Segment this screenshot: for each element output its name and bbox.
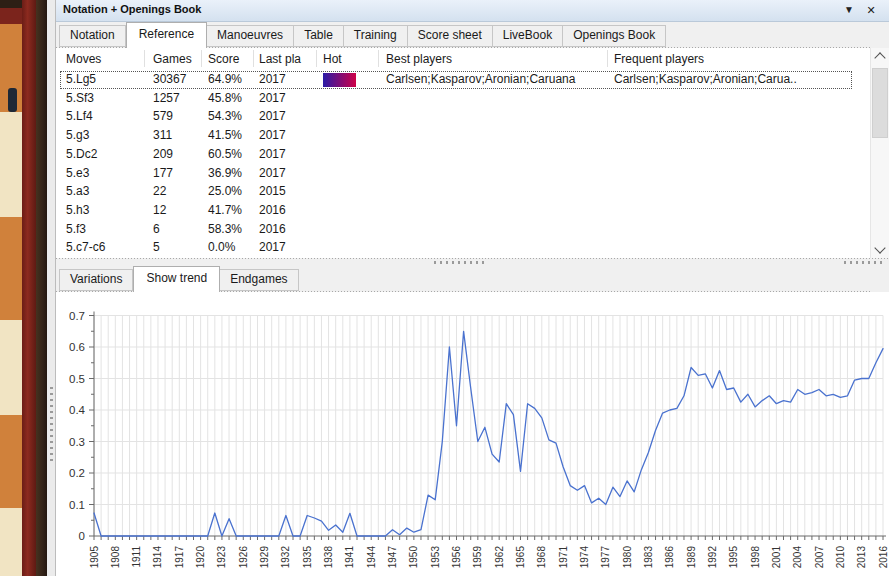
scroll-down-button[interactable] bbox=[871, 241, 889, 258]
svg-text:1929: 1929 bbox=[259, 546, 270, 569]
table-row-5-sf3[interactable]: 5.Sf3125745.8%2017 bbox=[60, 90, 852, 108]
cell-games: 22 bbox=[153, 184, 166, 198]
tab-training[interactable]: Training bbox=[344, 25, 408, 47]
table-row-5-dc2[interactable]: 5.Dc220960.5%2017 bbox=[60, 146, 852, 164]
svg-text:1995: 1995 bbox=[728, 546, 739, 569]
panel-title: Notation + Openings Book bbox=[63, 3, 201, 15]
cell-score: 0.0% bbox=[208, 240, 235, 254]
svg-text:1959: 1959 bbox=[472, 546, 483, 569]
cell-last_played: 2016 bbox=[259, 203, 286, 217]
table-row-5-e3[interactable]: 5.e317736.9%2017 bbox=[60, 165, 852, 183]
collapse-icon[interactable]: ▼ bbox=[841, 2, 857, 18]
panel-titlebar: Notation + Openings Book ▼ ✕ bbox=[56, 0, 889, 22]
splitter-grip-right[interactable] bbox=[844, 261, 884, 264]
cell-last_played: 2017 bbox=[259, 240, 286, 254]
cell-games: 1257 bbox=[153, 91, 180, 105]
cell-frequent_players: Carlsen;Kasparov;Aronian;Carua.. bbox=[614, 72, 797, 86]
subtab-endgames[interactable]: Endgames bbox=[220, 269, 298, 291]
column-separator bbox=[316, 50, 317, 67]
cell-last_played: 2017 bbox=[259, 91, 286, 105]
subtab-variations[interactable]: Variations bbox=[59, 269, 133, 291]
cell-games: 5 bbox=[153, 240, 160, 254]
svg-text:1920: 1920 bbox=[195, 546, 206, 569]
cell-games: 177 bbox=[153, 166, 173, 180]
tab-reference[interactable]: Reference bbox=[126, 22, 207, 48]
cell-moves: 5.Dc2 bbox=[66, 147, 97, 161]
cell-last_played: 2017 bbox=[259, 166, 286, 180]
cell-last_played: 2017 bbox=[259, 72, 286, 86]
svg-text:1998: 1998 bbox=[750, 546, 761, 569]
close-icon[interactable]: ✕ bbox=[863, 2, 879, 18]
svg-text:1992: 1992 bbox=[707, 546, 718, 569]
column-header-moves[interactable]: Moves bbox=[66, 52, 101, 66]
horizontal-splitter[interactable] bbox=[56, 258, 889, 266]
subtab-show-trend[interactable]: Show trend bbox=[133, 266, 220, 292]
svg-text:1965: 1965 bbox=[515, 546, 526, 569]
splitter-top-dots bbox=[56, 258, 889, 259]
cell-last_played: 2017 bbox=[259, 109, 286, 123]
column-separator bbox=[378, 50, 379, 67]
svg-text:2010: 2010 bbox=[835, 546, 846, 569]
trend-chart: 00.10.20.30.40.50.60.7190519081911191419… bbox=[56, 292, 889, 576]
panel-tabbar: NotationReferenceManoeuvresTableTraining… bbox=[59, 22, 666, 47]
svg-text:1986: 1986 bbox=[664, 546, 675, 569]
svg-text:1950: 1950 bbox=[408, 546, 419, 569]
board-square bbox=[0, 320, 22, 415]
cell-games: 209 bbox=[153, 147, 173, 161]
cell-score: 60.5% bbox=[208, 147, 242, 161]
scroll-up-button[interactable] bbox=[871, 48, 889, 65]
svg-text:2007: 2007 bbox=[814, 546, 825, 569]
svg-text:0: 0 bbox=[79, 530, 85, 542]
svg-text:0.7: 0.7 bbox=[69, 310, 85, 322]
svg-text:1977: 1977 bbox=[600, 546, 611, 569]
cell-score: 41.5% bbox=[208, 128, 242, 142]
table-row-5-h3[interactable]: 5.h31241.7%2016 bbox=[60, 202, 852, 220]
table-row-5-lg5[interactable]: 5.Lg53036764.9%2017Carlsen;Kasparov;Aron… bbox=[60, 71, 852, 89]
column-header-games[interactable]: Games bbox=[153, 52, 192, 66]
cell-moves: 5.f3 bbox=[66, 222, 86, 236]
cell-games: 579 bbox=[153, 109, 173, 123]
cell-score: 64.9% bbox=[208, 72, 242, 86]
tab-manoeuvres[interactable]: Manoeuvres bbox=[207, 25, 294, 47]
column-header-last-pla[interactable]: Last pla bbox=[259, 52, 301, 66]
tab-openings-book[interactable]: Openings Book bbox=[563, 25, 666, 47]
table-row-5-g3[interactable]: 5.g331141.5%2017 bbox=[60, 127, 852, 145]
chessboard-edge bbox=[0, 0, 47, 576]
vertical-splitter-grip[interactable] bbox=[50, 385, 53, 461]
column-header-best-players[interactable]: Best players bbox=[386, 52, 452, 66]
reference-table: MovesGamesScoreLast plaHotBest playersFr… bbox=[56, 48, 889, 258]
chevron-down-icon bbox=[874, 242, 885, 253]
cell-moves: 5.h3 bbox=[66, 203, 89, 217]
column-header-hot[interactable]: Hot bbox=[323, 52, 342, 66]
cell-moves: 5.c7-c6 bbox=[66, 240, 105, 254]
board-square bbox=[0, 217, 22, 320]
svg-text:1974: 1974 bbox=[579, 546, 590, 569]
tab-table[interactable]: Table bbox=[294, 25, 344, 47]
splitter-grip[interactable] bbox=[434, 261, 484, 264]
cell-games: 6 bbox=[153, 222, 160, 236]
cell-score: 45.8% bbox=[208, 91, 242, 105]
table-row-5-f3[interactable]: 5.f3658.3%2016 bbox=[60, 221, 852, 239]
board-square bbox=[0, 415, 22, 508]
column-header-frequent-players[interactable]: Frequent players bbox=[614, 52, 704, 66]
svg-text:0.1: 0.1 bbox=[69, 499, 85, 511]
table-row-5-c7-c6[interactable]: 5.c7-c650.0%2017 bbox=[60, 239, 852, 257]
svg-text:1923: 1923 bbox=[216, 546, 227, 569]
cell-last_played: 2015 bbox=[259, 184, 286, 198]
table-scrollbar[interactable] bbox=[870, 48, 889, 258]
cell-best_players: Carlsen;Kasparov;Aronian;Caruana bbox=[386, 72, 575, 86]
table-row-5-lf4[interactable]: 5.Lf457954.3%2017 bbox=[60, 108, 852, 126]
svg-text:2016: 2016 bbox=[878, 546, 889, 569]
scrollbar-thumb[interactable] bbox=[872, 68, 888, 138]
svg-text:0.4: 0.4 bbox=[69, 404, 86, 416]
tab-livebook[interactable]: LiveBook bbox=[493, 25, 563, 47]
tab-notation[interactable]: Notation bbox=[59, 25, 126, 47]
chessboard-frame-outer bbox=[36, 0, 47, 576]
svg-text:2001: 2001 bbox=[771, 546, 782, 569]
tab-score-sheet[interactable]: Score sheet bbox=[408, 25, 493, 47]
table-row-5-a3[interactable]: 5.a32225.0%2015 bbox=[60, 183, 852, 201]
app-window: Notation + Openings Book ▼ ✕ NotationRef… bbox=[0, 0, 889, 576]
column-header-score[interactable]: Score bbox=[208, 52, 239, 66]
svg-text:1944: 1944 bbox=[366, 546, 377, 569]
cell-moves: 5.e3 bbox=[66, 166, 89, 180]
